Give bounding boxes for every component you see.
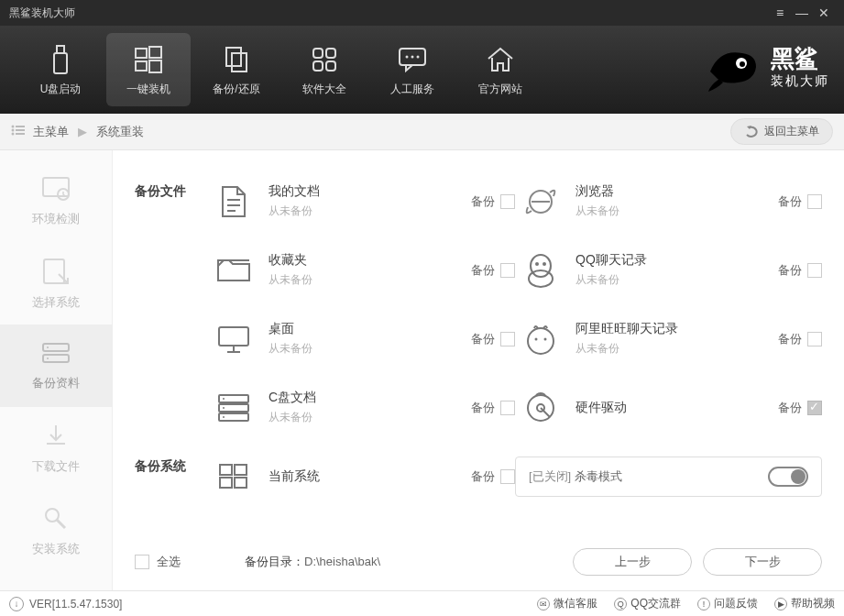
checkbox-browser[interactable] <box>807 194 822 209</box>
svg-rect-6 <box>226 48 241 66</box>
top-nav: U盘启动 一键装机 备份/还原 软件大全 人工服务 官方网站 黑鲨 装机大 <box>0 26 844 114</box>
app-title: 黑鲨装机大师 <box>9 6 769 21</box>
backup-row: 收藏夹从未备份 备份 QQ聊天记录从未备份 备份 <box>208 236 822 304</box>
antivirus-panel: [已关闭] 杀毒模式 <box>515 456 822 497</box>
backup-row: C盘文档从未备份 备份 硬件驱动 备份 <box>208 373 822 442</box>
list-icon <box>11 125 26 138</box>
backup-path[interactable]: 备份目录：D:\heisha\bak\ <box>245 554 380 570</box>
checkbox-selall[interactable] <box>135 555 149 569</box>
svg-point-29 <box>47 346 49 348</box>
back-button[interactable]: 返回主菜单 <box>730 118 833 145</box>
svg-point-44 <box>535 337 538 340</box>
checkbox-desktop[interactable] <box>500 332 515 346</box>
svg-rect-2 <box>136 49 147 58</box>
server-icon <box>208 391 259 424</box>
brand-logo: 黑鲨 装机大师 <box>701 35 829 99</box>
antivirus-toggle[interactable] <box>768 467 808 487</box>
svg-point-43 <box>528 328 554 354</box>
link-qqgroup[interactable]: QQQ交流群 <box>614 596 681 611</box>
nav-support[interactable]: 人工服务 <box>370 33 455 106</box>
hdd-icon <box>515 390 566 426</box>
sidebar: 环境检测 选择系统 备份资料 下载文件 安装系统 <box>0 150 113 590</box>
svg-point-14 <box>411 55 414 58</box>
nav-usb[interactable]: U盘启动 <box>18 33 103 106</box>
svg-rect-9 <box>326 49 335 58</box>
svg-rect-55 <box>235 465 247 475</box>
svg-rect-0 <box>57 46 64 53</box>
section-files-label: 备份文件 <box>135 183 186 200</box>
svg-point-51 <box>223 416 225 418</box>
checkbox-hw[interactable] <box>807 401 822 415</box>
copy-icon <box>221 43 252 76</box>
svg-rect-7 <box>232 53 247 72</box>
nav-backup-restore[interactable]: 备份/还原 <box>194 33 279 106</box>
nav-software[interactable]: 软件大全 <box>282 33 367 106</box>
svg-point-37 <box>529 270 553 287</box>
titlebar: 黑鲨装机大师 ≡ — ✕ <box>0 0 844 26</box>
checkbox-aliww[interactable] <box>807 332 822 346</box>
checkbox-cdrive[interactable] <box>500 401 515 415</box>
chat-icon <box>397 43 428 76</box>
shark-icon <box>701 35 765 99</box>
next-button[interactable]: 下一步 <box>703 548 822 576</box>
side-backup-data[interactable]: 备份资料 <box>0 324 112 407</box>
close-icon[interactable]: ✕ <box>813 6 835 20</box>
qq-icon <box>515 251 566 290</box>
svg-rect-4 <box>136 61 147 71</box>
prev-button[interactable]: 上一步 <box>573 548 692 576</box>
folder-icon <box>208 255 259 286</box>
svg-point-15 <box>417 55 420 58</box>
checkbox-fav[interactable] <box>500 263 515 278</box>
document-icon <box>208 183 259 220</box>
checkbox-cursys[interactable] <box>500 469 515 484</box>
side-install[interactable]: 安装系统 <box>0 490 112 572</box>
menu-icon[interactable]: ≡ <box>769 6 791 20</box>
nav-reinstall[interactable]: 一键装机 <box>106 33 191 106</box>
checkbox-qq[interactable] <box>807 263 822 278</box>
back-arrow-icon <box>744 126 759 138</box>
wechat-icon: ✉ <box>537 598 550 610</box>
svg-rect-24 <box>43 178 69 196</box>
side-download[interactable]: 下载文件 <box>0 407 112 490</box>
minimize-icon[interactable]: — <box>791 6 813 20</box>
play-icon: ▶ <box>774 598 787 610</box>
svg-rect-54 <box>220 465 232 475</box>
windows-grid-icon <box>208 461 259 492</box>
select-all[interactable]: 全选 <box>135 554 181 570</box>
svg-rect-56 <box>220 478 232 488</box>
checkbox-docs[interactable] <box>500 194 515 209</box>
footer-controls: 全选 备份目录：D:\heisha\bak\ 上一步 下一步 <box>135 541 822 579</box>
nav-website[interactable]: 官方网站 <box>458 33 543 106</box>
link-feedback[interactable]: !问题反馈 <box>697 596 758 611</box>
link-wechat[interactable]: ✉微信客服 <box>537 596 597 611</box>
svg-point-22 <box>12 133 15 136</box>
feedback-icon: ! <box>697 598 710 610</box>
svg-point-45 <box>544 337 547 340</box>
monitor-icon <box>208 323 259 356</box>
svg-point-17 <box>740 61 745 67</box>
svg-point-39 <box>543 262 546 266</box>
link-help-video[interactable]: ▶帮助视频 <box>774 596 835 611</box>
svg-point-36 <box>531 255 551 277</box>
svg-rect-11 <box>326 61 335 71</box>
svg-rect-23 <box>16 133 25 135</box>
status-bar: ↓ VER[11.5.47.1530] ✉微信客服 QQQ交流群 !问题反馈 ▶… <box>0 590 844 616</box>
svg-rect-26 <box>44 259 64 283</box>
down-arrow-icon: ↓ <box>9 597 24 611</box>
svg-point-38 <box>535 262 539 266</box>
ie-icon <box>515 183 566 220</box>
version-label[interactable]: ↓ VER[11.5.47.1530] <box>9 597 122 611</box>
backup-row: 桌面从未备份 备份 阿里旺旺聊天记录从未备份 备份 <box>208 304 822 373</box>
main-panel: 备份文件 我的文档从未备份 备份 浏览器从未备份 备份 收藏夹 <box>113 150 844 590</box>
crumb-current: 系统重装 <box>96 124 144 140</box>
svg-point-30 <box>47 358 49 359</box>
side-select-system[interactable]: 选择系统 <box>0 242 112 324</box>
apps-icon <box>310 43 339 76</box>
svg-rect-19 <box>16 126 25 127</box>
home-icon <box>485 43 516 76</box>
svg-rect-5 <box>149 60 161 72</box>
side-env-check[interactable]: 环境检测 <box>0 160 112 242</box>
svg-rect-1 <box>54 53 67 73</box>
chevron-right-icon: ▶ <box>78 125 87 138</box>
crumb-root[interactable]: 主菜单 <box>33 124 69 140</box>
